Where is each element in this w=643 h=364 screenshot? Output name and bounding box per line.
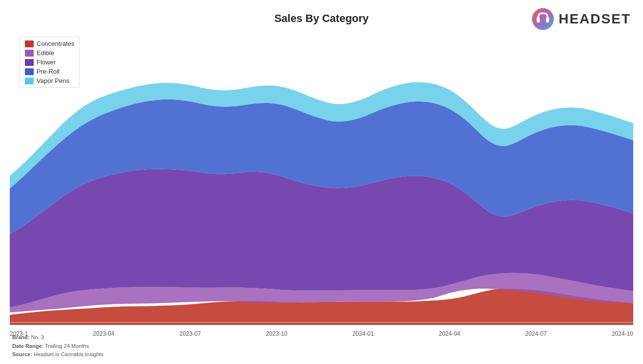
legend-item-vaporpens: Vapor Pens bbox=[25, 77, 74, 84]
date-range-value: Trailing 24 Months bbox=[45, 343, 89, 349]
svg-point-0 bbox=[532, 8, 554, 30]
logo-area: HEADSET bbox=[531, 7, 631, 31]
chart-area bbox=[10, 32, 633, 325]
legend-item-edible: Edible bbox=[25, 49, 74, 57]
vaporpens-label: Vapor Pens bbox=[37, 77, 69, 84]
edible-label: Edible bbox=[37, 49, 54, 57]
date-range-label: Date Range: bbox=[12, 343, 43, 349]
preroll-swatch bbox=[25, 68, 34, 75]
brand-label: Brand: bbox=[12, 334, 29, 340]
headset-logo-icon bbox=[531, 7, 555, 31]
x-label-3: 2023-10 bbox=[266, 330, 288, 337]
chart-legend: Concentrates Edible Flower Pre-Roll Vapo… bbox=[20, 37, 80, 88]
source-value: Headset.io Cannabis Insights bbox=[34, 351, 104, 357]
brand-value: No. 3 bbox=[31, 334, 44, 340]
flower-label: Flower bbox=[37, 59, 56, 66]
concentrates-label: Concentrates bbox=[37, 40, 74, 47]
svg-rect-1 bbox=[537, 17, 539, 22]
x-label-6: 2024-07 bbox=[525, 330, 547, 337]
x-label-5: 2024-04 bbox=[439, 330, 460, 337]
legend-item-flower: Flower bbox=[25, 59, 74, 66]
legend-item-preroll: Pre-Roll bbox=[25, 68, 74, 75]
edible-swatch bbox=[25, 50, 34, 57]
flower-swatch bbox=[25, 59, 34, 66]
chart-svg bbox=[10, 32, 633, 325]
x-label-7: 2024-10 bbox=[612, 330, 633, 337]
preroll-label: Pre-Roll bbox=[37, 68, 60, 75]
legend-item-concentrates: Concentrates bbox=[25, 40, 74, 47]
source-label: Source: bbox=[12, 351, 32, 357]
svg-rect-2 bbox=[546, 17, 549, 22]
vaporpens-swatch bbox=[25, 78, 34, 84]
x-label-2: 2023-07 bbox=[179, 330, 201, 337]
logo-text: HEADSET bbox=[559, 11, 631, 27]
footer-info: Brand: No. 3 Date Range: Trailing 24 Mon… bbox=[12, 333, 104, 359]
concentrates-swatch bbox=[25, 40, 34, 47]
chart-container: Sales By Category HEADSET Concentrates bbox=[0, 0, 643, 364]
x-label-4: 2024-01 bbox=[353, 330, 374, 337]
